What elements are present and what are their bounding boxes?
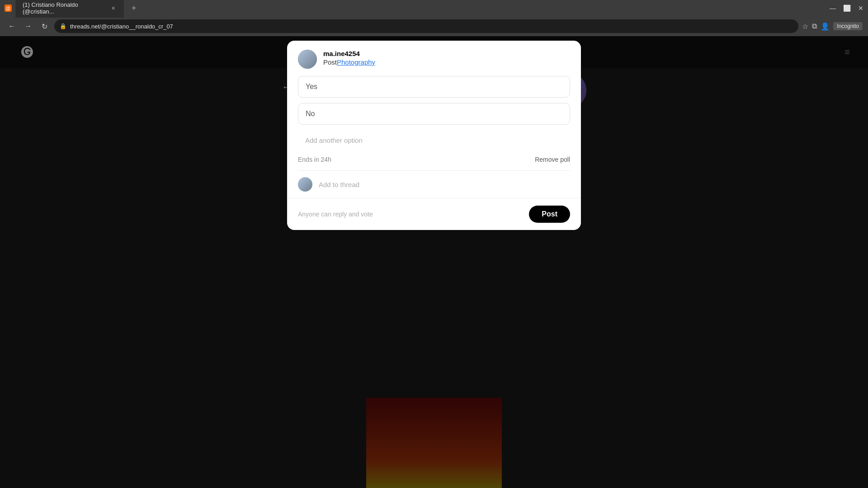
reply-permission-text: Anyone can reply and vote	[298, 211, 373, 218]
poll-option-2-input[interactable]	[298, 103, 570, 125]
forward-button[interactable]: →	[22, 20, 34, 33]
url-text: threads.net/@cristiano__ronaldo_cr_07	[70, 23, 173, 30]
window-controls: — ⬜ ✕	[830, 5, 863, 12]
browser-navbar: ← → ↻ 🔒 threads.net/@cristiano__ronaldo_…	[0, 16, 868, 36]
lock-icon: 🔒	[60, 23, 66, 29]
back-button[interactable]: ←	[5, 20, 18, 33]
modal-username: ma.ine4254	[323, 50, 570, 57]
user-avatar-image	[298, 50, 317, 69]
poll-footer: Ends in 24h Remove poll	[298, 150, 570, 170]
new-tab-button[interactable]: +	[127, 2, 140, 14]
extensions-icon[interactable]: ⧉	[812, 22, 817, 30]
add-to-thread-row: Add to thread	[287, 171, 581, 198]
tab-title: (1) Cristiano Ronaldo (@cristian...	[23, 1, 106, 15]
incognito-badge: Incognito	[833, 22, 863, 30]
poll-option-1-input[interactable]	[298, 76, 570, 98]
modal-user-info: ma.ine4254 PostPhotography	[323, 50, 570, 66]
browser-chrome: @ (1) Cristiano Ronaldo (@cristian... ✕ …	[0, 0, 868, 36]
modal-actions: Anyone can reply and vote Post	[287, 198, 581, 230]
page-content: ← ⌂ 🔍 ♡ 👤 ≡ ← Cristiano Ron	[0, 36, 868, 488]
tab-close-button[interactable]: ✕	[110, 5, 117, 12]
add-another-option-button[interactable]: Add another option	[298, 130, 570, 150]
address-bar[interactable]: 🔒 threads.net/@cristiano__ronaldo_cr_07	[54, 19, 798, 33]
remove-poll-button[interactable]: Remove poll	[535, 156, 570, 163]
thread-composer-modal: ma.ine4254 PostPhotography Add another o…	[287, 41, 581, 230]
add-to-thread-button[interactable]: Add to thread	[319, 181, 359, 188]
post-button[interactable]: Post	[529, 206, 570, 223]
modal-body: Add another option Ends in 24h Remove po…	[287, 76, 581, 170]
modal-header: ma.ine4254 PostPhotography	[287, 41, 581, 76]
nav-right-buttons: ☆ ⧉ 👤 Incognito	[802, 22, 863, 31]
refresh-button[interactable]: ↻	[38, 20, 51, 33]
post-prefix: Post	[323, 58, 337, 66]
user-avatar	[298, 50, 317, 69]
minimize-button[interactable]: —	[830, 5, 836, 12]
modal-post-text: PostPhotography	[323, 58, 570, 66]
post-link[interactable]: Photography	[337, 58, 375, 66]
bookmark-icon[interactable]: ☆	[802, 22, 808, 31]
modal-overlay: ma.ine4254 PostPhotography Add another o…	[0, 36, 868, 488]
browser-titlebar: @ (1) Cristiano Ronaldo (@cristian... ✕ …	[0, 0, 868, 16]
browser-favicon: @	[5, 5, 12, 12]
add-to-thread-avatar	[298, 177, 312, 192]
close-button[interactable]: ✕	[858, 5, 863, 12]
browser-tab[interactable]: (1) Cristiano Ronaldo (@cristian... ✕	[15, 0, 124, 18]
maximize-button[interactable]: ⬜	[843, 5, 851, 12]
profile-icon[interactable]: 👤	[821, 22, 830, 31]
poll-ends-in: Ends in 24h	[298, 156, 331, 163]
